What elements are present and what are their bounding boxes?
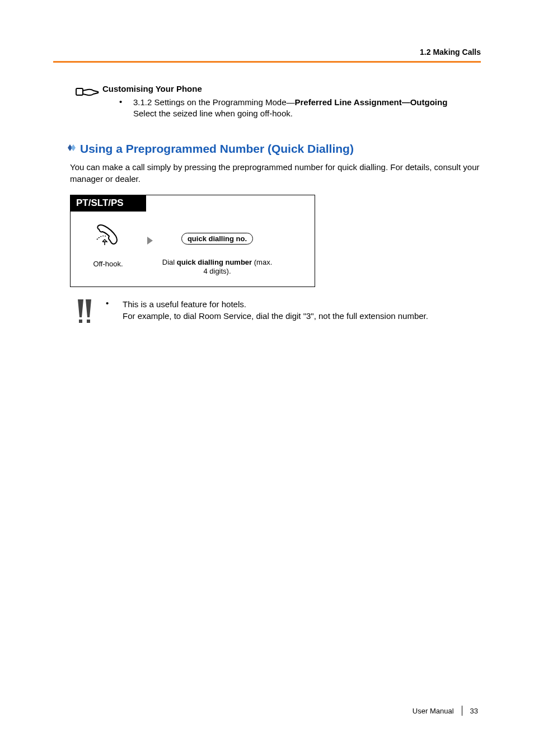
page-header: 1.2 Making Calls [53, 48, 481, 63]
pointer-hand-icon [76, 84, 102, 120]
note-line2: For example, to dial Room Service, dial … [123, 311, 428, 321]
document-page: 1.2 Making Calls Customising Your Phone … [0, 0, 534, 756]
exclamation-icon [76, 298, 102, 327]
customising-bullet-text: 3.1.2 Settings on the Programming Mode—P… [133, 97, 447, 120]
footer-manual-label: User Manual [413, 707, 454, 715]
note-block: • This is a useful feature for hotels. F… [76, 298, 481, 327]
bullet-line2: Select the seized line when going off-ho… [133, 109, 293, 118]
handset-icon [95, 224, 121, 250]
note-bullet: • This is a useful feature for hotels. F… [102, 298, 481, 322]
bullet-marker: • [106, 298, 123, 322]
step2-bold: quick dialling number [177, 258, 252, 266]
note-text: This is a useful feature for hotels. For… [123, 298, 428, 322]
arrow-icon [139, 224, 161, 245]
bullet-marker: • [119, 97, 133, 120]
breadcrumb: 1.2 Making Calls [420, 48, 481, 57]
step2-label: Dial quick dialling number (max. 4 digit… [161, 258, 273, 277]
customising-title: Customising Your Phone [102, 84, 481, 93]
note-content: • This is a useful feature for hotels. F… [102, 298, 481, 327]
step-offhook: Off-hook. [77, 224, 139, 269]
step-dial: quick dialling no. Dial quick dialling n… [161, 224, 273, 277]
page-footer: User Manual 33 [413, 706, 478, 716]
diamond-icon [64, 143, 80, 154]
customising-content: Customising Your Phone • 3.1.2 Settings … [102, 84, 481, 120]
svg-rect-1 [79, 320, 82, 323]
svg-rect-2 [87, 320, 90, 323]
bullet-prefix: 3.1.2 Settings on the Programming Mode— [133, 97, 295, 107]
intro-paragraph: You can make a call simply by pressing t… [70, 161, 481, 185]
procedure-body: Off-hook. quick dialling no. Dial quick … [71, 212, 315, 277]
procedure-header: PT/SLT/PS [71, 195, 146, 212]
procedure-box: PT/SLT/PS Off-hook. [70, 195, 315, 288]
customising-bullet: • 3.1.2 Settings on the Programming Mode… [102, 97, 481, 120]
bullet-bold: Preferred Line Assignment—Outgoing [295, 97, 448, 107]
page-number: 33 [470, 707, 478, 715]
customising-block: Customising Your Phone • 3.1.2 Settings … [76, 84, 481, 120]
step2-prefix: Dial [162, 258, 177, 266]
note-line1: This is a useful feature for hotels. [123, 299, 246, 309]
step1-label: Off-hook. [93, 260, 123, 269]
svg-rect-0 [76, 88, 83, 95]
section-heading: Using a Preprogrammed Number (Quick Dial… [80, 142, 354, 156]
section-heading-row: Using a Preprogrammed Number (Quick Dial… [64, 142, 481, 156]
footer-separator [462, 706, 462, 716]
quick-dialling-pill: quick dialling no. [181, 233, 253, 245]
